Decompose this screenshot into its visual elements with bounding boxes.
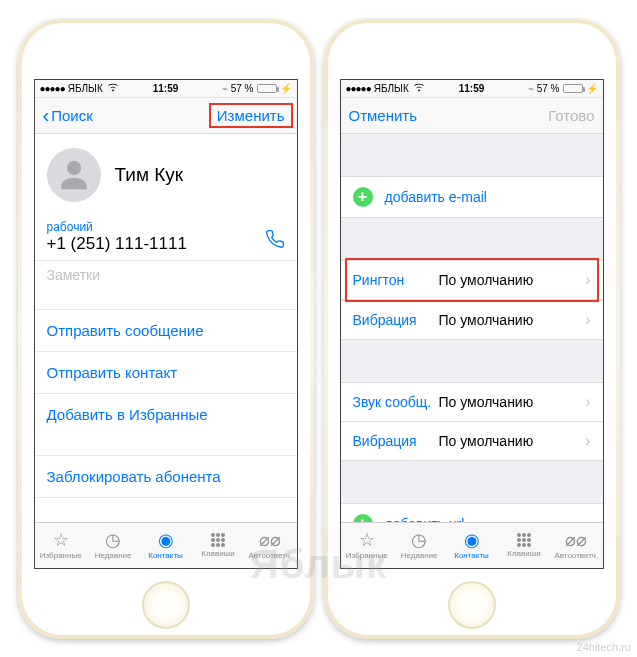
phone-type-label: рабочий	[47, 220, 187, 234]
phone-row[interactable]: рабочий +1 (251) 111-1111	[35, 214, 297, 260]
tab-recents[interactable]: ◷Недавние	[87, 523, 139, 568]
keypad-icon	[517, 533, 531, 547]
chevron-right-icon: ›	[585, 393, 590, 411]
keypad-icon	[211, 533, 225, 547]
tab-voicemail[interactable]: ⌀⌀Автоответч.	[550, 523, 602, 568]
notes-field[interactable]: Заметки	[35, 260, 297, 289]
edit-label: Изменить	[209, 103, 293, 128]
source-watermark: 24hitech.ru	[577, 641, 631, 653]
ringtone-value: По умолчанию	[439, 272, 586, 288]
vibration2-value: По умолчанию	[439, 433, 586, 449]
battery-icon	[257, 84, 277, 93]
star-icon: ☆	[359, 531, 375, 549]
wifi-icon	[107, 83, 119, 94]
plus-icon: +	[353, 187, 373, 207]
ringtone-row[interactable]: Рингтон По умолчанию ›	[341, 260, 603, 300]
avatar	[47, 148, 101, 202]
charging-icon: ⚡	[280, 83, 292, 94]
texttone-value: По умолчанию	[439, 394, 586, 410]
tab-bar: ☆Избранные ◷Недавние ◉Контакты Клавиши ⌀…	[35, 522, 297, 568]
contact-name: Тим Кук	[115, 164, 184, 186]
vibration2-row[interactable]: Вибрация По умолчанию ›	[341, 422, 603, 461]
done-label: Готово	[548, 107, 594, 124]
chevron-right-icon: ›	[585, 311, 590, 329]
charging-icon: ⚡	[586, 83, 598, 94]
tab-voicemail[interactable]: ⌀⌀Автоответч.	[244, 523, 296, 568]
tab-favorites[interactable]: ☆Избранные	[341, 523, 393, 568]
clock: 11:59	[153, 83, 179, 94]
ringtone-label: Рингтон	[353, 272, 439, 288]
clock-icon: ◷	[411, 531, 427, 549]
add-email-label: добавить e-mail	[385, 189, 487, 205]
back-label: Поиск	[51, 107, 93, 124]
clock: 11:59	[459, 83, 485, 94]
wifi-icon	[413, 83, 425, 94]
add-url-row[interactable]: + добавить url	[341, 503, 603, 522]
phone-number: +1 (251) 111-1111	[47, 234, 187, 254]
texttone-label: Звук сообщ.	[353, 394, 439, 410]
tab-bar: ☆Избранные ◷Недавние ◉Контакты Клавиши ⌀…	[341, 522, 603, 568]
tab-favorites[interactable]: ☆Избранные	[35, 523, 87, 568]
status-bar: ●●●●● ЯБЛЫК 11:59 ⌁ 57 % ⚡	[341, 80, 603, 98]
battery-icon	[563, 84, 583, 93]
tab-contacts[interactable]: ◉Контакты	[445, 523, 497, 568]
cancel-label: Отменить	[349, 107, 418, 124]
carrier-label: ЯБЛЫК	[374, 83, 409, 94]
plus-icon: +	[353, 514, 373, 522]
vibration-label: Вибрация	[353, 312, 439, 328]
iphone-right: ●●●●● ЯБЛЫК 11:59 ⌁ 57 % ⚡ Отмен	[324, 19, 620, 639]
battery-pct: 57 %	[231, 83, 254, 94]
vibration-row[interactable]: Вибрация По умолчанию ›	[341, 300, 603, 340]
chevron-right-icon: ›	[585, 432, 590, 450]
nav-bar: ‹ Поиск Изменить	[35, 98, 297, 134]
person-icon: ◉	[464, 531, 480, 549]
clock-icon: ◷	[105, 531, 121, 549]
bluetooth-icon: ⌁	[222, 83, 228, 94]
signal-dots: ●●●●●	[346, 83, 371, 94]
tab-recents[interactable]: ◷Недавние	[393, 523, 445, 568]
nav-bar: Отменить Готово	[341, 98, 603, 134]
send-contact-button[interactable]: Отправить контакт	[35, 351, 297, 393]
status-bar: ●●●●● ЯБЛЫК 11:59 ⌁ 57 % ⚡	[35, 80, 297, 98]
voicemail-icon: ⌀⌀	[565, 531, 587, 549]
vibration-value: По умолчанию	[439, 312, 586, 328]
block-caller-button[interactable]: Заблокировать абонента	[35, 455, 297, 498]
chevron-left-icon: ‹	[43, 105, 50, 125]
send-message-button[interactable]: Отправить сообщение	[35, 309, 297, 351]
texttone-row[interactable]: Звук сообщ. По умолчанию ›	[341, 382, 603, 422]
tab-keypad[interactable]: Клавиши	[192, 523, 244, 568]
back-button[interactable]: ‹ Поиск	[43, 105, 93, 125]
iphone-left: ●●●●● ЯБЛЫК 11:59 ⌁ 57 % ⚡ ‹	[18, 19, 314, 639]
home-button[interactable]	[142, 581, 190, 629]
signal-dots: ●●●●●	[40, 83, 65, 94]
cancel-button[interactable]: Отменить	[349, 107, 418, 124]
tab-keypad[interactable]: Клавиши	[498, 523, 550, 568]
edit-button[interactable]: Изменить	[213, 107, 289, 124]
add-favorite-button[interactable]: Добавить в Избранные	[35, 393, 297, 435]
person-icon: ◉	[158, 531, 174, 549]
chevron-right-icon: ›	[585, 271, 590, 289]
tab-contacts[interactable]: ◉Контакты	[139, 523, 191, 568]
star-icon: ☆	[53, 531, 69, 549]
home-button[interactable]	[448, 581, 496, 629]
bluetooth-icon: ⌁	[528, 83, 534, 94]
carrier-label: ЯБЛЫК	[68, 83, 103, 94]
done-button[interactable]: Готово	[548, 107, 594, 124]
vibration2-label: Вибрация	[353, 433, 439, 449]
phone-icon[interactable]	[265, 229, 285, 254]
battery-pct: 57 %	[537, 83, 560, 94]
add-email-row[interactable]: + добавить e-mail	[341, 176, 603, 218]
voicemail-icon: ⌀⌀	[259, 531, 281, 549]
